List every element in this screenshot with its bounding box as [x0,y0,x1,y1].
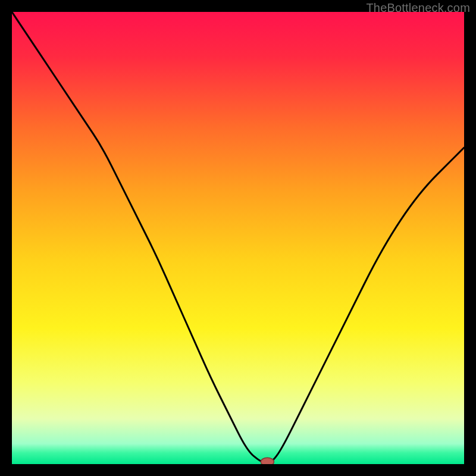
gradient-background [12,12,464,464]
optimal-point-marker [261,458,274,464]
bottleneck-chart [12,12,464,464]
plot-area [12,12,464,464]
chart-stage: TheBottleneck.com [0,0,476,476]
